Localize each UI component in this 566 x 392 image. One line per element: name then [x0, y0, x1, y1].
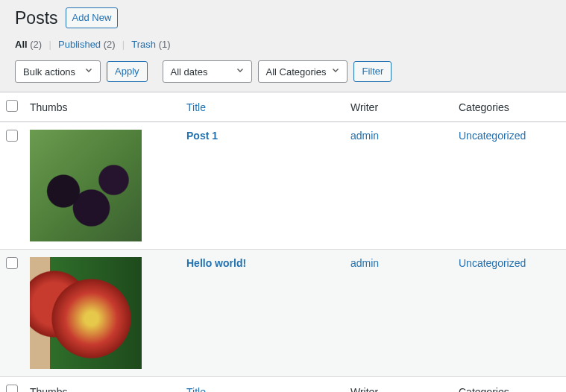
- post-thumbnail[interactable]: [30, 257, 142, 369]
- chevron-down-icon: [235, 66, 245, 78]
- filter-trash-count: (1): [159, 39, 171, 50]
- column-header-categories: Categories: [453, 92, 566, 122]
- filter-all-count: (2): [30, 39, 42, 50]
- page-title: Posts: [15, 8, 58, 28]
- post-category-link[interactable]: Uncategorized: [459, 130, 526, 142]
- row-checkbox[interactable]: [6, 257, 18, 269]
- column-header-title[interactable]: Title: [180, 92, 345, 122]
- bulk-actions-value: Bulk actions: [23, 66, 75, 78]
- column-footer-title[interactable]: Title: [180, 377, 345, 392]
- post-author-link[interactable]: admin: [350, 130, 379, 142]
- date-filter-value: All dates: [171, 66, 208, 78]
- category-filter-select[interactable]: All Categories: [258, 60, 348, 83]
- column-header-writer: Writer: [345, 92, 453, 122]
- post-title-link[interactable]: Hello world!: [186, 257, 246, 269]
- post-thumbnail[interactable]: [30, 130, 142, 241]
- filter-button[interactable]: Filter: [353, 61, 392, 82]
- chevron-down-icon: [330, 66, 341, 78]
- status-filter-links: All (2) | Published (2) | Trash (1): [15, 39, 551, 50]
- column-header-thumbs: Thumbs: [24, 92, 180, 122]
- column-footer-categories: Categories: [453, 377, 566, 392]
- table-row: Post 1 admin Uncategorized: [0, 122, 566, 250]
- filter-all-link[interactable]: All: [15, 39, 28, 50]
- chevron-down-icon: [84, 66, 94, 78]
- category-filter-value: All Categories: [266, 66, 327, 78]
- filter-published-link[interactable]: Published: [58, 39, 101, 50]
- row-checkbox[interactable]: [6, 130, 18, 142]
- select-all-checkbox-footer[interactable]: [6, 385, 18, 392]
- date-filter-select[interactable]: All dates: [163, 60, 252, 83]
- column-footer-writer: Writer: [345, 377, 453, 392]
- bulk-actions-select[interactable]: Bulk actions: [15, 60, 101, 83]
- column-footer-thumbs: Thumbs: [24, 377, 180, 392]
- table-row: Hello world! admin Uncategorized: [0, 250, 566, 377]
- filter-trash-link[interactable]: Trash: [131, 39, 156, 50]
- post-category-link[interactable]: Uncategorized: [459, 257, 526, 269]
- separator: |: [46, 39, 54, 50]
- select-all-checkbox[interactable]: [6, 100, 18, 112]
- filter-published-count: (2): [104, 39, 116, 50]
- posts-table: Thumbs Title Writer Categories Post 1 ad…: [0, 92, 566, 392]
- separator: |: [119, 39, 128, 50]
- post-author-link[interactable]: admin: [350, 257, 379, 269]
- add-new-button[interactable]: Add New: [66, 7, 119, 28]
- post-title-link[interactable]: Post 1: [186, 130, 218, 142]
- apply-button[interactable]: Apply: [107, 61, 148, 82]
